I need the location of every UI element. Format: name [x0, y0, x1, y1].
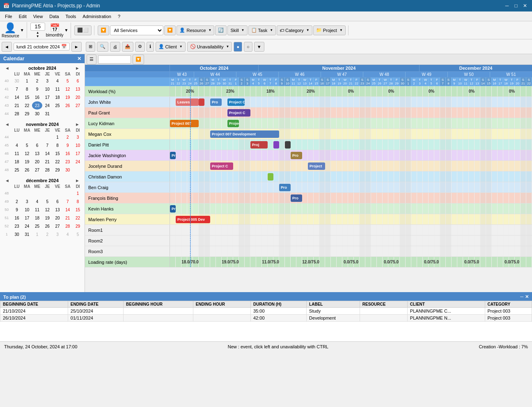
grid-cell[interactable] [296, 214, 302, 224]
grid-cell[interactable] [176, 139, 181, 150]
grid-cell[interactable] [394, 225, 400, 235]
grid-cell[interactable] [475, 225, 480, 235]
grid-cell[interactable] [503, 257, 509, 267]
grid-cell[interactable] [515, 193, 521, 203]
grid-cell[interactable] [469, 246, 475, 256]
grid-cell[interactable] [302, 214, 308, 224]
grid-cell[interactable] [480, 182, 486, 192]
grid-cell[interactable] [406, 139, 411, 150]
grid-cell[interactable] [314, 225, 319, 235]
oct-day[interactable]: 5 [63, 77, 73, 85]
grid-cell[interactable] [509, 214, 515, 224]
gantt-bar[interactable]: Pro [210, 98, 222, 106]
grid-cell[interactable] [503, 225, 509, 235]
grid-cell[interactable] [291, 236, 296, 246]
grid-cell[interactable] [199, 204, 204, 214]
grid-cell[interactable] [285, 193, 291, 203]
grid-cell[interactable] [509, 129, 515, 139]
grid-cell[interactable] [394, 150, 400, 160]
grid-cell[interactable] [515, 161, 521, 171]
grid-cell[interactable] [406, 214, 411, 224]
oct-day[interactable]: 19 [63, 93, 73, 101]
grid-cell[interactable] [245, 236, 250, 246]
grid-cell[interactable] [417, 118, 423, 128]
grid-cell[interactable] [400, 236, 406, 246]
grid-cell[interactable] [371, 139, 377, 150]
grid-cell[interactable] [227, 246, 233, 256]
grid-cell[interactable] [199, 193, 204, 203]
grid-cell[interactable] [176, 236, 181, 246]
grid-cell[interactable] [360, 97, 365, 107]
grid-cell[interactable] [434, 214, 440, 224]
dec-day[interactable]: 19 [42, 214, 53, 222]
grid-cell[interactable] [388, 161, 394, 171]
resource-filter-button[interactable]: 👤 Resource ▼ [177, 25, 214, 35]
grid-cell[interactable] [268, 193, 273, 203]
grid-cell[interactable] [457, 129, 463, 139]
grid-cell[interactable] [308, 257, 314, 267]
grid-cell[interactable] [325, 150, 331, 160]
dec-day[interactable]: 4 [32, 197, 42, 206]
grid-cell[interactable] [325, 139, 331, 150]
grid-cell[interactable] [210, 182, 216, 192]
grid-cell[interactable] [268, 214, 273, 224]
grid-cell[interactable] [486, 225, 492, 235]
grid-cell[interactable] [406, 225, 411, 235]
grid-cell[interactable] [193, 139, 199, 150]
grid-cell[interactable] [268, 150, 273, 160]
grid-cell[interactable] [503, 161, 509, 171]
grid-cell[interactable] [503, 139, 509, 150]
prev-month-nov-btn[interactable]: ◄ [3, 122, 11, 127]
grid-cell[interactable] [348, 161, 354, 171]
grid-cell[interactable] [342, 97, 348, 107]
grid-cell[interactable] [331, 257, 337, 267]
oct-day[interactable]: 30 [12, 77, 22, 85]
grid-cell[interactable] [325, 171, 331, 182]
grid-cell[interactable] [417, 161, 423, 171]
grid-cell[interactable] [440, 150, 446, 160]
grid-cell[interactable] [170, 182, 176, 192]
grid-cell[interactable] [521, 193, 526, 203]
grid-cell[interactable] [406, 161, 411, 171]
grid-cell[interactable] [245, 182, 250, 192]
grid-cell[interactable] [434, 246, 440, 256]
grid-cell[interactable] [308, 182, 314, 192]
grid-cell[interactable] [216, 150, 222, 160]
oct-day[interactable]: 6 [73, 77, 83, 85]
grid-cell[interactable] [210, 214, 216, 224]
grid-cell[interactable] [268, 225, 273, 235]
grid-cell[interactable] [239, 150, 245, 160]
grid-cell[interactable] [204, 97, 210, 107]
dec-day[interactable]: 20 [53, 214, 63, 222]
grid-cell[interactable] [256, 107, 262, 118]
grid-cell[interactable] [446, 129, 452, 139]
num-up[interactable]: ▲ [36, 31, 39, 34]
grid-cell[interactable] [400, 97, 406, 107]
oct-day[interactable]: 28 [12, 110, 22, 118]
grid-cell[interactable] [526, 246, 532, 256]
nov-day[interactable]: 29 [53, 166, 63, 174]
grid-cell[interactable] [268, 97, 273, 107]
grid-cell[interactable] [365, 257, 371, 267]
nov-day[interactable]: 17 [73, 149, 83, 158]
grid-cell[interactable] [452, 118, 457, 128]
grid-cell[interactable] [434, 97, 440, 107]
grid-cell[interactable] [279, 204, 285, 214]
grid-cell[interactable] [302, 118, 308, 128]
grid-cell[interactable] [268, 182, 273, 192]
grid-cell[interactable] [222, 246, 227, 256]
grid-cell[interactable] [233, 150, 239, 160]
grid-cell[interactable] [302, 107, 308, 118]
grid-cell[interactable] [360, 214, 365, 224]
grid-cell[interactable] [291, 161, 296, 171]
grid-cell[interactable] [331, 236, 337, 246]
grid-cell[interactable] [360, 161, 365, 171]
grid-cell[interactable] [250, 97, 256, 107]
dec-day[interactable]: 4 [63, 230, 73, 238]
grid-cell[interactable] [199, 246, 204, 256]
grid-cell[interactable] [400, 86, 406, 96]
grid-cell[interactable] [486, 257, 492, 267]
grid-cell[interactable] [492, 225, 498, 235]
grid-cell[interactable] [406, 118, 411, 128]
grid-cell[interactable] [509, 97, 515, 107]
